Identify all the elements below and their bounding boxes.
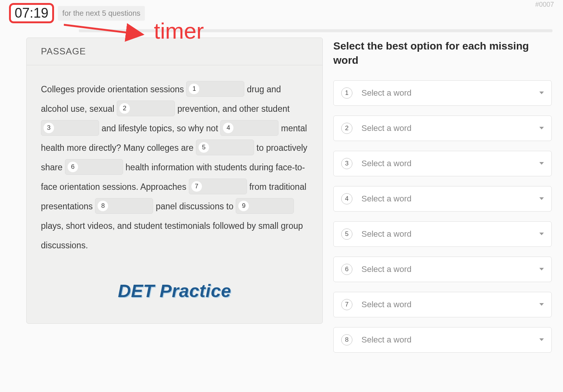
blank-number: 7: [191, 181, 202, 192]
timer-display: 07:19: [9, 3, 54, 23]
question-id: #0007: [535, 1, 554, 9]
blank-number: 9: [238, 201, 249, 211]
content: PASSAGE Colleges provide orientation ses…: [0, 32, 563, 362]
select-word-6[interactable]: 6 Select a word: [333, 257, 552, 282]
chevron-down-icon: [539, 268, 544, 270]
blank-number: 2: [119, 103, 130, 114]
dropdown-placeholder: Select a word: [361, 229, 539, 239]
blank-3[interactable]: 3: [41, 120, 99, 136]
blank-5[interactable]: 5: [196, 140, 254, 155]
blank-number: 6: [68, 162, 78, 172]
blank-6[interactable]: 6: [65, 159, 123, 175]
brand-watermark: DET Practice: [41, 281, 308, 301]
answer-panel: Select the best option for each missing …: [333, 38, 552, 362]
instruction-heading: Select the best option for each missing …: [333, 39, 552, 68]
blank-2[interactable]: 2: [117, 101, 175, 116]
passage-body: Colleges provide orientation sessions 1 …: [27, 65, 322, 323]
blank-number: 1: [189, 84, 199, 94]
blank-number: 8: [98, 201, 108, 211]
chevron-down-icon: [539, 338, 544, 341]
dropdown-placeholder: Select a word: [361, 300, 539, 309]
select-word-5[interactable]: 5 Select a word: [333, 221, 552, 247]
select-word-2[interactable]: 2 Select a word: [333, 116, 552, 141]
select-word-4[interactable]: 4 Select a word: [333, 186, 552, 212]
passage-text: panel discussions to: [156, 201, 236, 211]
dropdown-placeholder: Select a word: [361, 159, 539, 168]
option-number: 3: [341, 158, 352, 169]
blank-number: 3: [44, 123, 54, 133]
blank-1[interactable]: 1: [186, 81, 244, 97]
passage-panel: PASSAGE Colleges provide orientation ses…: [26, 38, 323, 324]
blank-number: 4: [223, 123, 233, 133]
blank-7[interactable]: 7: [189, 179, 247, 194]
blank-8[interactable]: 8: [95, 198, 153, 214]
dropdown-placeholder: Select a word: [361, 194, 539, 204]
chevron-down-icon: [539, 233, 544, 235]
dropdown-placeholder: Select a word: [361, 264, 539, 274]
chevron-down-icon: [539, 303, 544, 306]
dropdown-placeholder: Select a word: [361, 335, 539, 345]
option-number: 1: [341, 87, 352, 99]
dropdown-placeholder: Select a word: [361, 88, 539, 98]
chevron-down-icon: [539, 197, 544, 200]
dropdown-placeholder: Select a word: [361, 123, 539, 133]
blank-9[interactable]: 9: [236, 198, 294, 214]
select-word-1[interactable]: 1 Select a word: [333, 80, 552, 106]
chevron-down-icon: [539, 92, 544, 94]
option-number: 5: [341, 228, 352, 240]
annotation-label: timer: [154, 18, 204, 44]
svg-line-0: [64, 25, 143, 35]
option-number: 7: [341, 299, 352, 310]
option-number: 2: [341, 123, 352, 134]
passage-text: prevention, and other student: [177, 104, 289, 114]
passage-text: plays, short videos, and student testimo…: [41, 221, 303, 250]
chevron-down-icon: [539, 162, 544, 165]
passage-text: and lifestyle topics, so why not: [101, 123, 220, 133]
select-word-7[interactable]: 7 Select a word: [333, 292, 552, 317]
option-number: 8: [341, 334, 352, 345]
blank-number: 5: [199, 142, 209, 153]
timer-note: for the next 5 questions: [58, 6, 145, 21]
option-number: 4: [341, 193, 352, 204]
blank-4[interactable]: 4: [220, 120, 278, 136]
select-word-8[interactable]: 8 Select a word: [333, 327, 552, 353]
arrow-icon: [64, 22, 150, 44]
chevron-down-icon: [539, 127, 544, 129]
passage-text: Colleges provide orientation sessions: [41, 84, 186, 94]
select-word-3[interactable]: 3 Select a word: [333, 151, 552, 176]
option-number: 6: [341, 264, 352, 275]
